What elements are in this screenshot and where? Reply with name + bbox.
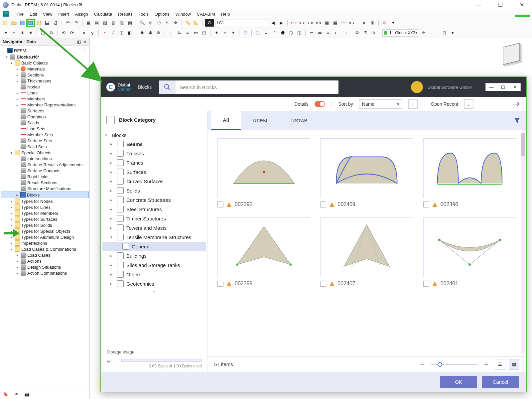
tree-item[interactable]: Line Sets	[1, 126, 89, 132]
tb-cancel-icon[interactable]: ⊘	[381, 19, 388, 27]
tb-zoom2-icon[interactable]: ⊖	[155, 19, 163, 27]
category-item[interactable]: ▸Beams	[102, 139, 206, 149]
tb-next-icon[interactable]: ▶	[278, 19, 285, 27]
t2-h-icon[interactable]: ⟳	[68, 29, 75, 37]
block-thumb[interactable]	[423, 138, 516, 198]
tree-item[interactable]: ▸Member Representatives	[1, 102, 89, 108]
menu-insert[interactable]: Insert	[58, 12, 69, 17]
tb-dim3-icon[interactable]: x.x	[307, 19, 314, 27]
navigator-pin-icon[interactable]: ◧	[77, 40, 81, 44]
menu-calculate[interactable]: Calculate	[94, 12, 112, 17]
tb-other-icon[interactable]	[19, 19, 26, 27]
tree-item[interactable]: ▸Load Cases	[1, 252, 89, 258]
tree-item[interactable]: Surfaces	[1, 108, 89, 114]
tb-grid-a-icon[interactable]: #	[360, 19, 368, 27]
t2-k-icon[interactable]: ◫	[118, 29, 125, 37]
zoom-slider[interactable]	[431, 364, 477, 365]
tb-open-icon[interactable]	[10, 19, 18, 27]
tree-basic-objects[interactable]: ▾Basic Objects	[1, 60, 89, 66]
tb-g-icon[interactable]: G	[205, 19, 214, 27]
tb-pointer-icon[interactable]: ↖	[164, 19, 171, 27]
zoom-in-button[interactable]: +	[481, 359, 491, 370]
block-thumb[interactable]	[320, 217, 413, 277]
block-card[interactable]: 002396	[423, 138, 516, 207]
t2-p-icon[interactable]: ✦	[213, 29, 220, 37]
window-maximize-button[interactable]: ☐	[493, 0, 508, 10]
t2-r-icon[interactable]: ✶	[229, 29, 237, 37]
tree-item[interactable]: ▸Members	[1, 96, 89, 102]
t2-m-icon[interactable]: ✺	[138, 29, 146, 37]
tb-dim2-icon[interactable]: x.x	[298, 19, 306, 27]
menu-edit[interactable]: Edit	[30, 12, 37, 17]
category-tree[interactable]: ▾Blocks ▸Beams▸Trusses▸Frames▸Surfaces▸C…	[101, 129, 207, 346]
tb-prev-icon[interactable]: ◀	[269, 19, 277, 27]
open-recent-dropdown[interactable]: ⌄	[464, 99, 473, 109]
window-close-button[interactable]: ✕	[514, 0, 529, 10]
t2-line-icon[interactable]: ╱	[109, 29, 117, 37]
tree-item[interactable]: ▸Materials	[1, 66, 89, 72]
tb-measure2-icon[interactable]: 📐	[193, 19, 200, 27]
tb-blocks-button[interactable]	[27, 19, 34, 27]
details-toggle[interactable]	[315, 101, 325, 107]
menu-window[interactable]: Window	[176, 12, 191, 17]
t2-q-icon[interactable]: ✧	[221, 29, 228, 37]
block-thumb[interactable]	[423, 217, 516, 277]
tree-item[interactable]: Surface Contacts	[1, 168, 89, 174]
navigator-tree[interactable]: ▦RFEM〉 ▾Blocks.rf6* ▾Basic Objects ▸Mate…	[0, 46, 89, 389]
tree-item[interactable]: Solids	[1, 120, 89, 126]
tree-item[interactable]: ▸Lines	[1, 90, 89, 96]
tb-grid-b-icon[interactable]: ⊞	[369, 19, 376, 27]
block-card[interactable]: 002401	[423, 217, 516, 287]
category-item[interactable]: ▸Timber Structures	[102, 214, 206, 223]
tb-save-icon[interactable]	[44, 19, 51, 27]
navigator-close-icon[interactable]: ✕	[83, 40, 87, 44]
t2-t2-icon[interactable]: ⚗	[362, 29, 369, 37]
category-item[interactable]: ▸Curved Surfaces	[102, 177, 206, 186]
nav-btn-eye-icon[interactable]: 👁	[13, 391, 20, 398]
t2-load2-icon[interactable]: ⇊	[176, 29, 183, 37]
t2-view3-icon[interactable]: ◠	[271, 29, 278, 37]
tb-dim4-icon[interactable]: x.x	[315, 19, 322, 27]
tree-item[interactable]: Member Sets	[1, 132, 89, 138]
menu-cadbim[interactable]: CAD-BIM	[197, 12, 215, 17]
gallery-scrollbar[interactable]	[521, 133, 525, 353]
tree-folder[interactable]: ▸Types for Nodes	[1, 198, 89, 204]
tree-lcc[interactable]: ▾Load Cases & Combinations	[1, 246, 89, 252]
dialog-maximize-button[interactable]: ☐	[497, 83, 509, 91]
category-item[interactable]: ▸Concrete Structures	[102, 195, 206, 204]
tb-zoom1-icon[interactable]: ⊕	[147, 19, 154, 27]
t2-end2-icon[interactable]: ▾	[449, 29, 456, 37]
dialog-minimize-button[interactable]: —	[485, 83, 497, 91]
t2-f-icon[interactable]: ⧉	[48, 29, 55, 37]
coord-system-combo[interactable]: 1 - Global XYZ	[382, 29, 419, 37]
category-item[interactable]: ▸Buildings	[102, 251, 206, 260]
tb-grid5-icon[interactable]: ▨	[118, 19, 125, 27]
view-cube[interactable]	[499, 41, 525, 68]
t2-load5-icon[interactable]: ◳	[200, 29, 208, 37]
tree-item[interactable]: Nodes	[1, 84, 89, 90]
t2-funnel-icon[interactable]: ▽	[242, 29, 249, 37]
filter-icon[interactable]	[511, 115, 523, 126]
block-card[interactable]: 002409	[320, 138, 413, 207]
go-arrow-button[interactable]	[512, 99, 521, 109]
block-gallery[interactable]: 002392002409002396002399002407002401	[207, 130, 526, 356]
block-thumb[interactable]	[217, 138, 310, 198]
t2-view4-icon[interactable]: ⬣	[279, 29, 286, 37]
block-card[interactable]: 002392	[217, 138, 310, 207]
t2-s4-icon[interactable]: ⊏	[333, 29, 340, 37]
tree-item-blocks[interactable]: ▸Blocks	[1, 192, 89, 198]
t2-load4-icon[interactable]: ▭	[192, 29, 200, 37]
grid-view-button[interactable]: ▦	[509, 359, 519, 370]
tree-item[interactable]: ▸Sections	[1, 72, 89, 78]
category-expand-icon[interactable]: ⌃	[102, 288, 206, 297]
tree-item[interactable]: Surface Results Adjustments	[1, 162, 89, 168]
tree-item[interactable]: ▸Actions	[1, 258, 89, 264]
t2-d-icon[interactable]: ✷	[27, 29, 34, 37]
tree-folder[interactable]: ▸Imperfections	[1, 240, 89, 246]
t2-axis-icon[interactable]: ✛	[420, 29, 427, 37]
t2-view5-icon[interactable]: ⬡	[287, 29, 295, 37]
category-sub[interactable]: General	[102, 242, 206, 251]
tree-folder[interactable]: ▸Types for Special Objects	[1, 228, 89, 234]
tb-new-icon[interactable]	[2, 19, 9, 27]
sort-direction-button[interactable]: ↓	[408, 99, 418, 109]
